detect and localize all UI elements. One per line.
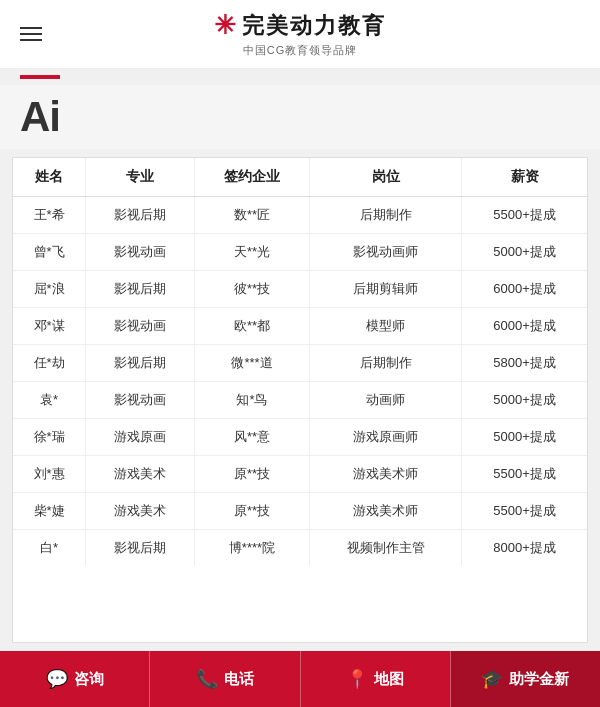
col-header-position: 岗位 bbox=[310, 158, 462, 197]
cell-r7-c3: 游戏美术师 bbox=[310, 456, 462, 493]
map-label: 地图 bbox=[374, 670, 404, 689]
cell-r2-c1: 影视后期 bbox=[86, 271, 195, 308]
cell-r9-c3: 视频制作主管 bbox=[310, 530, 462, 567]
scholarship-button[interactable]: 🎓 助学金新 bbox=[451, 651, 600, 707]
cell-r5-c3: 动画师 bbox=[310, 382, 462, 419]
action-bar: 💬 咨询 📞 电话 📍 地图 🎓 助学金新 bbox=[0, 651, 600, 707]
cell-r1-c1: 影视动画 bbox=[86, 234, 195, 271]
cell-r8-c1: 游戏美术 bbox=[86, 493, 195, 530]
table-row: 刘*惠游戏美术原**技游戏美术师5500+提成 bbox=[13, 456, 587, 493]
logo-subtitle: 中国CG教育领导品牌 bbox=[243, 43, 358, 58]
map-icon: 📍 bbox=[346, 668, 368, 690]
cell-r1-c3: 影视动画师 bbox=[310, 234, 462, 271]
cell-r6-c0: 徐*瑞 bbox=[13, 419, 86, 456]
cell-r7-c0: 刘*惠 bbox=[13, 456, 86, 493]
cell-r9-c0: 白* bbox=[13, 530, 86, 567]
cell-r7-c1: 游戏美术 bbox=[86, 456, 195, 493]
accent-bar bbox=[20, 75, 60, 79]
cell-r7-c4: 5500+提成 bbox=[462, 456, 587, 493]
cell-r3-c2: 欧**都 bbox=[194, 308, 309, 345]
cell-r5-c2: 知*鸟 bbox=[194, 382, 309, 419]
cell-r6-c4: 5000+提成 bbox=[462, 419, 587, 456]
header: ✳ 完美动力教育 中国CG教育领导品牌 bbox=[0, 0, 600, 69]
consult-label: 咨询 bbox=[74, 670, 104, 689]
table-header-row: 姓名 专业 签约企业 岗位 薪资 bbox=[13, 158, 587, 197]
cell-r5-c0: 袁* bbox=[13, 382, 86, 419]
table-row: 柴*婕游戏美术原**技游戏美术师5500+提成 bbox=[13, 493, 587, 530]
phone-label: 电话 bbox=[224, 670, 254, 689]
cell-r8-c0: 柴*婕 bbox=[13, 493, 86, 530]
cell-r4-c1: 影视后期 bbox=[86, 345, 195, 382]
menu-button[interactable] bbox=[20, 27, 42, 41]
cell-r2-c3: 后期剪辑师 bbox=[310, 271, 462, 308]
col-header-major: 专业 bbox=[86, 158, 195, 197]
table-row: 袁*影视动画知*鸟动画师5000+提成 bbox=[13, 382, 587, 419]
logo-star-icon: ✳ bbox=[214, 10, 236, 41]
table-row: 任*劫影视后期微***道后期制作5800+提成 bbox=[13, 345, 587, 382]
cell-r0-c2: 数**匠 bbox=[194, 197, 309, 234]
table-row: 曾*飞影视动画天**光影视动画师5000+提成 bbox=[13, 234, 587, 271]
cell-r6-c1: 游戏原画 bbox=[86, 419, 195, 456]
cell-r3-c1: 影视动画 bbox=[86, 308, 195, 345]
map-button[interactable]: 📍 地图 bbox=[301, 651, 451, 707]
table-row: 徐*瑞游戏原画风**意游戏原画师5000+提成 bbox=[13, 419, 587, 456]
logo-main: ✳ 完美动力教育 bbox=[214, 10, 386, 41]
cell-r9-c2: 博****院 bbox=[194, 530, 309, 567]
phone-icon: 📞 bbox=[196, 668, 218, 690]
scholarship-icon: 🎓 bbox=[481, 668, 503, 690]
cell-r3-c4: 6000+提成 bbox=[462, 308, 587, 345]
cell-r5-c1: 影视动画 bbox=[86, 382, 195, 419]
employment-table: 姓名 专业 签约企业 岗位 薪资 王*希影视后期数**匠后期制作5500+提成曾… bbox=[13, 158, 587, 566]
col-header-company: 签约企业 bbox=[194, 158, 309, 197]
cell-r0-c3: 后期制作 bbox=[310, 197, 462, 234]
consult-button[interactable]: 💬 咨询 bbox=[0, 651, 150, 707]
table-row: 白*影视后期博****院视频制作主管8000+提成 bbox=[13, 530, 587, 567]
table-row: 屈*浪影视后期彼**技后期剪辑师6000+提成 bbox=[13, 271, 587, 308]
cell-r8-c4: 5500+提成 bbox=[462, 493, 587, 530]
scholarship-label: 助学金新 bbox=[509, 670, 569, 689]
cell-r0-c1: 影视后期 bbox=[86, 197, 195, 234]
consult-icon: 💬 bbox=[46, 668, 68, 690]
logo-area: ✳ 完美动力教育 中国CG教育领导品牌 bbox=[214, 10, 386, 58]
col-header-salary: 薪资 bbox=[462, 158, 587, 197]
cell-r3-c3: 模型师 bbox=[310, 308, 462, 345]
cell-r8-c2: 原**技 bbox=[194, 493, 309, 530]
ai-section: Ai bbox=[0, 85, 600, 149]
cell-r9-c1: 影视后期 bbox=[86, 530, 195, 567]
cell-r1-c4: 5000+提成 bbox=[462, 234, 587, 271]
cell-r7-c2: 原**技 bbox=[194, 456, 309, 493]
cell-r9-c4: 8000+提成 bbox=[462, 530, 587, 567]
cell-r4-c2: 微***道 bbox=[194, 345, 309, 382]
cell-r8-c3: 游戏美术师 bbox=[310, 493, 462, 530]
cell-r3-c0: 邓*谋 bbox=[13, 308, 86, 345]
table-row: 王*希影视后期数**匠后期制作5500+提成 bbox=[13, 197, 587, 234]
cell-r6-c3: 游戏原画师 bbox=[310, 419, 462, 456]
table-row: 邓*谋影视动画欧**都模型师6000+提成 bbox=[13, 308, 587, 345]
phone-button[interactable]: 📞 电话 bbox=[150, 651, 300, 707]
cell-r2-c0: 屈*浪 bbox=[13, 271, 86, 308]
logo-text: 完美动力教育 bbox=[242, 11, 386, 41]
cell-r4-c4: 5800+提成 bbox=[462, 345, 587, 382]
cell-r0-c0: 王*希 bbox=[13, 197, 86, 234]
cell-r1-c2: 天**光 bbox=[194, 234, 309, 271]
ai-heading: Ai bbox=[20, 93, 60, 141]
cell-r6-c2: 风**意 bbox=[194, 419, 309, 456]
data-table-container: 姓名 专业 签约企业 岗位 薪资 王*希影视后期数**匠后期制作5500+提成曾… bbox=[12, 157, 588, 643]
cell-r4-c3: 后期制作 bbox=[310, 345, 462, 382]
cell-r4-c0: 任*劫 bbox=[13, 345, 86, 382]
cell-r5-c4: 5000+提成 bbox=[462, 382, 587, 419]
col-header-name: 姓名 bbox=[13, 158, 86, 197]
cell-r2-c2: 彼**技 bbox=[194, 271, 309, 308]
cell-r2-c4: 6000+提成 bbox=[462, 271, 587, 308]
cell-r0-c4: 5500+提成 bbox=[462, 197, 587, 234]
cell-r1-c0: 曾*飞 bbox=[13, 234, 86, 271]
